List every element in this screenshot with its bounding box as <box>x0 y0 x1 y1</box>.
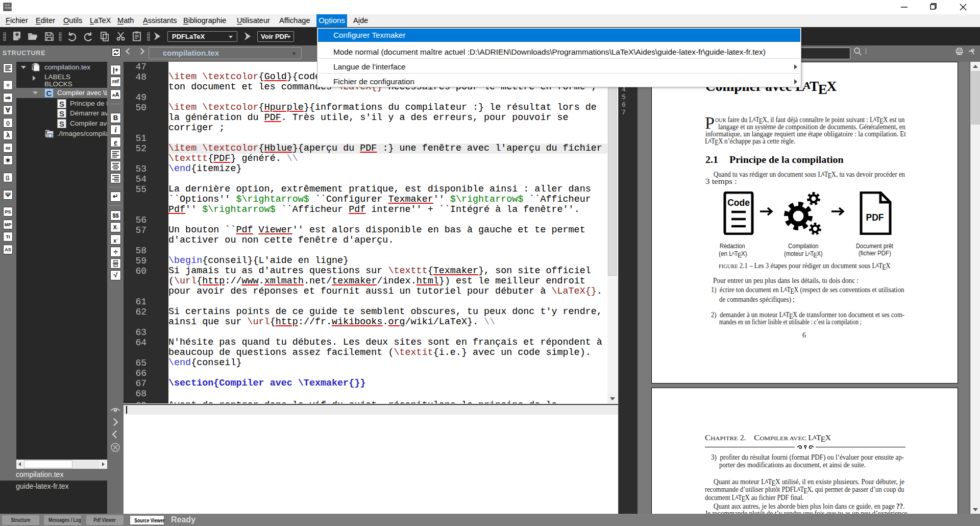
svg-text:PDF: PDF <box>866 212 884 223</box>
svg-text:Code: Code <box>727 198 750 208</box>
